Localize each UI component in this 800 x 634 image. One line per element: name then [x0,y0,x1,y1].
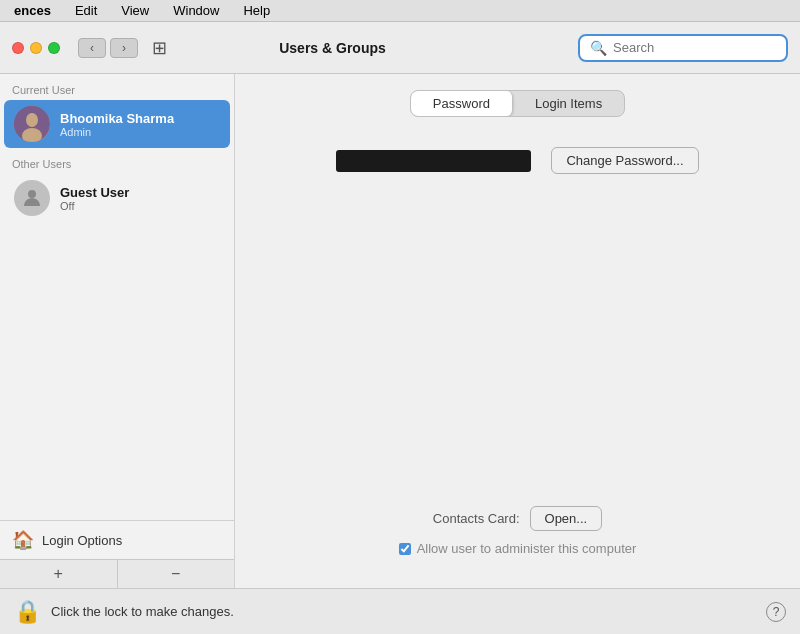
current-user-label: Current User [0,74,234,100]
menu-item-window[interactable]: Window [169,1,223,20]
sidebar: Current User Bhoomika Sharma Admin Other… [0,74,235,588]
lock-text: Click the lock to make changes. [51,604,234,619]
avatar-image [14,106,50,142]
right-panel: Password Login Items Change Password... … [235,74,800,588]
search-icon: 🔍 [590,40,607,56]
password-field-visual [336,150,531,172]
tab-bar: Password Login Items [255,90,780,117]
current-user-item[interactable]: Bhoomika Sharma Admin [4,100,230,148]
guest-user-item[interactable]: Guest User Off [4,174,230,222]
search-box[interactable]: 🔍 [578,34,788,62]
sidebar-bottom: 🏠 Login Options + − [0,520,234,588]
current-user-info: Bhoomika Sharma Admin [60,111,174,138]
svg-point-3 [28,190,36,198]
help-button[interactable]: ? [766,602,786,622]
fullscreen-button[interactable] [48,42,60,54]
add-user-button[interactable]: + [0,560,118,588]
guest-user-name: Guest User [60,185,129,200]
guest-user-status: Off [60,200,129,212]
svg-point-1 [26,113,38,127]
minimize-button[interactable] [30,42,42,54]
menubar: ences Edit View Window Help [0,0,800,22]
current-user-name: Bhoomika Sharma [60,111,174,126]
traffic-lights [12,42,60,54]
guest-user-avatar [14,180,50,216]
menu-item-view[interactable]: View [117,1,153,20]
tab-login-items[interactable]: Login Items [513,91,624,116]
close-button[interactable] [12,42,24,54]
change-password-button[interactable]: Change Password... [551,147,698,174]
remove-user-button[interactable]: − [118,560,235,588]
allow-admin-label: Allow user to administer this computer [417,541,637,556]
bottom-bar: 🔒 Click the lock to make changes. ? [0,588,800,634]
sidebar-actions: + − [0,559,234,588]
allow-admin-row: Allow user to administer this computer [399,541,637,556]
password-row: Change Password... [255,137,780,174]
login-options-button[interactable]: 🏠 Login Options [0,520,234,559]
contacts-card-label: Contacts Card: [433,511,520,526]
titlebar: ‹ › ⊞ Users & Groups 🔍 [0,22,800,74]
login-options-label: Login Options [42,533,122,548]
window-title: Users & Groups [97,40,568,56]
main-content: Current User Bhoomika Sharma Admin Other… [0,74,800,588]
lock-icon[interactable]: 🔒 [14,599,41,625]
guest-avatar-image [14,180,50,216]
tab-group: Password Login Items [410,90,625,117]
allow-admin-checkbox[interactable] [399,543,411,555]
tab-password[interactable]: Password [411,91,513,116]
menu-item-appname[interactable]: ences [10,1,55,20]
login-options-icon: 🏠 [12,529,34,551]
password-panel: Change Password... Contacts Card: Open..… [255,137,780,572]
guest-user-info: Guest User Off [60,185,129,212]
open-contacts-button[interactable]: Open... [530,506,603,531]
current-user-avatar [14,106,50,142]
menu-item-help[interactable]: Help [239,1,274,20]
menu-item-edit[interactable]: Edit [71,1,101,20]
other-users-label: Other Users [0,148,234,174]
contacts-row: Contacts Card: Open... [433,506,602,531]
search-input[interactable] [613,40,776,55]
current-user-role: Admin [60,126,174,138]
